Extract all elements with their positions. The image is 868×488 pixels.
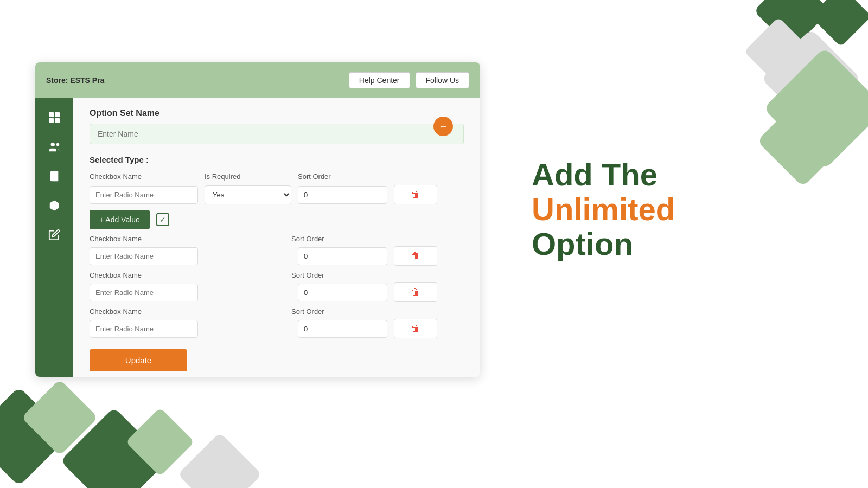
store-label: Store: [46,76,68,85]
svg-rect-1 [55,112,60,117]
checkbox-name-header: Checkbox Name [90,172,198,181]
is-required-select[interactable]: Yes No [205,185,291,204]
store-name: Store: ESTS Pra [46,76,104,85]
follow-us-button[interactable]: Follow Us [416,72,469,88]
sort-order-input-3[interactable] [298,320,387,338]
selected-type-label: Selected Type : [90,155,464,164]
checkbox-name-input-0[interactable] [90,186,198,204]
sidebar-icon-orders[interactable] [42,223,66,247]
svg-point-5 [56,143,60,146]
top-bar: Store: ESTS Pra Help Center Follow Us [35,62,480,98]
svg-point-4 [51,143,55,146]
trash-icon-1: 🗑 [411,251,420,261]
input-row-1: 🗑 [90,246,464,266]
sidebar-icon-products[interactable] [42,194,66,217]
row-sort-label-2: Sort Order [291,271,381,279]
sidebar [35,98,73,377]
row-checkbox-label-3: Checkbox Name [90,307,198,316]
row-sort-label-3: Sort Order [291,307,381,316]
delete-button-2[interactable]: 🗑 [394,282,437,302]
delete-button-1[interactable]: 🗑 [394,246,437,266]
trash-icon-2: 🗑 [411,287,420,297]
option-set-name-label: Option Set Name [90,108,464,118]
row-checkbox-label-1: Checkbox Name [90,235,198,243]
main-content: ← Option Set Name Selected Type : Checkb… [73,98,480,377]
delete-button-3[interactable]: 🗑 [394,319,437,338]
sidebar-icon-users[interactable] [42,135,66,159]
additional-rows: Checkbox Name Sort Order 🗑 Checkbox Name… [90,235,464,338]
row-sort-label-1: Sort Order [291,235,381,243]
svg-rect-2 [49,118,54,123]
headline-line2: Unlimited [532,192,675,227]
first-input-row: Yes No 🗑 [90,185,464,204]
headline-line1: Add The [532,157,675,192]
checkbox-check-icon: ✓ [156,213,169,226]
add-value-button[interactable]: + Add Value [90,210,150,229]
checkbox-name-input-1[interactable] [90,247,198,265]
option-set-name-input[interactable] [90,124,464,144]
form-header-row: Checkbox Name Is Required Sort Order [90,172,464,181]
top-bar-buttons: Help Center Follow Us [349,72,469,88]
input-row-3: 🗑 [90,319,464,338]
back-button[interactable]: ← [433,117,453,136]
add-value-row: + Add Value ✓ [90,210,464,229]
checkbox-name-input-3[interactable] [90,320,198,338]
svg-rect-0 [49,112,54,117]
checkbox-name-input-2[interactable] [90,284,198,301]
sort-order-input-1[interactable] [298,247,387,265]
trash-icon-3: 🗑 [411,324,420,333]
is-required-header: Is Required [205,172,291,181]
headline: Add The Unlimited Option [532,157,675,261]
row-checkbox-label-2: Checkbox Name [90,271,198,279]
update-button[interactable]: Update [90,349,187,371]
back-arrow-icon: ← [438,121,448,132]
app-window: Store: ESTS Pra Help Center Follow Us [35,62,480,377]
sort-order-input-2[interactable] [298,284,387,301]
sort-order-input-0[interactable] [298,186,387,204]
headline-line3: Option [532,227,675,261]
help-center-button[interactable]: Help Center [349,72,410,88]
input-row-2: 🗑 [90,282,464,302]
sort-order-header: Sort Order [298,172,387,181]
svg-rect-3 [55,118,60,123]
delete-button-0[interactable]: 🗑 [394,185,437,204]
sidebar-icon-catalog[interactable] [42,164,66,188]
store-value: ESTS Pra [70,76,104,85]
sidebar-icon-dashboard[interactable] [42,106,66,130]
trash-icon-0: 🗑 [411,190,420,200]
